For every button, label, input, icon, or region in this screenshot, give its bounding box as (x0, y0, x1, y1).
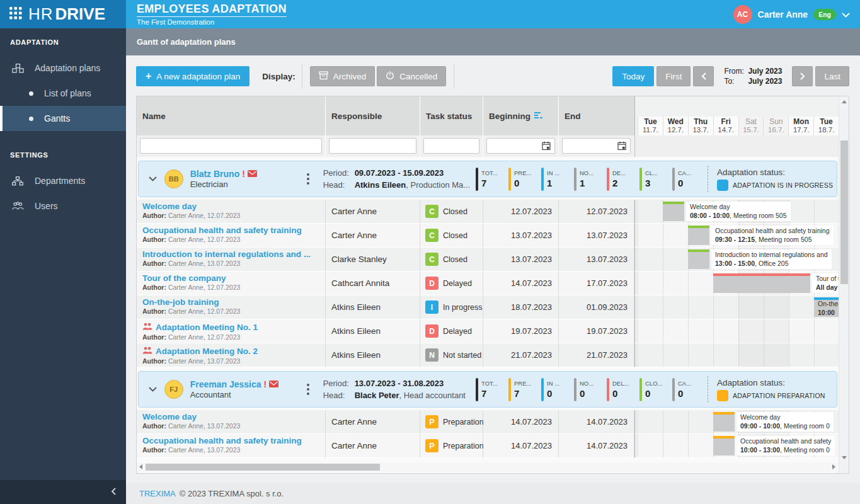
task-status-cell: DDelayed (420, 319, 483, 343)
cancelled-toggle-button[interactable]: Cancelled (377, 66, 446, 86)
sidebar-collapse-bar[interactable] (0, 480, 126, 504)
table-row: Occupational health and safety training … (137, 434, 849, 458)
status-badge: N (425, 348, 439, 362)
meeting-icon (142, 321, 152, 333)
counter-total: TOT...7 (476, 378, 505, 401)
task-author: Author:Carter Anne, 13.07.2023 (142, 422, 320, 430)
responsible-cell: Cathcart Annita (326, 272, 420, 295)
column-header-responsible[interactable]: Responsible (326, 96, 420, 135)
today-button[interactable]: Today (612, 66, 654, 86)
trexima-link[interactable]: TREXIMA (139, 489, 176, 498)
table-row: Occupational health and safety training … (137, 224, 849, 248)
column-header-end[interactable]: End (559, 96, 634, 135)
counter-closed: CLO...0 (639, 378, 668, 401)
gantt-bar[interactable] (688, 249, 709, 269)
sidebar-item-list-of-plans[interactable]: List of plans (0, 81, 126, 106)
vertical-scroll-thumb[interactable] (840, 140, 848, 284)
kebab-menu-icon[interactable] (302, 173, 314, 185)
task-name-link[interactable]: Adaptation Meeting No. 2 (156, 346, 258, 356)
task-name-link[interactable]: Welcome day (142, 412, 197, 421)
gantt-bar[interactable] (688, 226, 709, 245)
task-name-link[interactable]: Welcome day (142, 202, 197, 211)
collapse-group-icon[interactable] (146, 387, 159, 392)
day-column-weekend: Sun16.7. (763, 117, 788, 135)
avatar[interactable]: AC (733, 5, 752, 24)
task-author: Author:Carter Anne, 12.07.2023 (142, 307, 320, 315)
gantt-bar[interactable] (713, 273, 810, 293)
last-button[interactable]: Last (815, 66, 849, 86)
adaptation-status: Adaptation status: ADAPTATION IS IN PROG… (717, 168, 837, 191)
calendar-icon[interactable] (617, 141, 626, 153)
task-name-link[interactable]: On-the-job training (142, 297, 219, 307)
adaptation-group-row[interactable]: FJ Freeman Jessica ! Accountant (138, 371, 837, 408)
task-name-link[interactable]: Introduction to internal regulations and… (142, 249, 311, 259)
end-cell: 21.07.2023 (559, 343, 634, 367)
calendar-icon[interactable] (542, 141, 551, 153)
column-header-name[interactable]: Name (137, 96, 326, 135)
task-name-link[interactable]: Occupational health and safety training (142, 226, 302, 235)
beginning-cell: 18.07.2023 (483, 295, 559, 319)
gantt-row: On-the-job training 10:00 (634, 295, 839, 319)
table-row: Tour of the company Author:Carter Anne, … (137, 272, 849, 295)
counter-not-started: NO...0 (574, 378, 603, 401)
task-name-link[interactable]: Occupational health and safety training (142, 436, 302, 445)
column-header-task-status[interactable]: Task status (420, 96, 483, 135)
name-filter-input[interactable] (140, 138, 322, 154)
responsible-cell: Carter Anne (326, 434, 420, 458)
task-name-link[interactable]: Adaptation Meeting No. 1 (156, 323, 258, 332)
gantt-bar-label: Welcome day 08:00 - 10:00, Meeting room … (686, 202, 791, 221)
task-name-link[interactable]: Tour of the company (142, 273, 226, 283)
kebab-menu-icon[interactable] (302, 384, 314, 395)
user-menu[interactable]: AC Carter Anne Eng (733, 0, 860, 28)
beginning-cell: 14.07.2023 (483, 434, 559, 458)
employee-avatar[interactable]: FJ (164, 380, 183, 399)
horizontal-scrollbar[interactable] (137, 462, 838, 472)
sidebar-item-gantts[interactable]: Gantts (0, 106, 126, 131)
task-status-cell: CClosed (420, 200, 483, 224)
employee-name-link[interactable]: Blatz Bruno (190, 169, 240, 179)
copyright-text: © 2023 TREXIMA spol. s r.o. (180, 489, 284, 498)
new-adaptation-plan-button[interactable]: + A new adaptation plan (136, 66, 249, 86)
scroll-right-icon (832, 464, 835, 469)
envelope-icon[interactable] (248, 169, 257, 179)
vertical-scrollbar[interactable] (839, 96, 849, 473)
end-cell: 12.07.2023 (559, 200, 634, 224)
scroll-down-icon (842, 456, 847, 459)
chevron-down-icon[interactable] (842, 9, 850, 20)
gantt-row: Tour of the company All day (634, 272, 839, 295)
app-logo[interactable]: HR DRIVE (0, 0, 126, 28)
column-header-beginning[interactable]: Beginning (483, 96, 559, 135)
sidebar-item-adaptation-plans[interactable]: Adaptation plans (0, 55, 126, 81)
table-row: Welcome day Author:Carter Anne, 13.07.20… (137, 410, 849, 434)
task-author: Author:Carter Anne, 13.07.2023 (142, 357, 320, 365)
adaptation-status: Adaptation status: ADAPTATION PREPARATIO… (717, 378, 837, 401)
employee-name-link[interactable]: Freeman Jessica (190, 379, 261, 389)
page-subtitle: The First Demonstration (137, 18, 733, 26)
prev-button[interactable] (693, 66, 714, 86)
adaptation-group-row[interactable]: BB Blatz Bruno ! Electrician (138, 161, 837, 197)
gantt-row: Occupational health and safety 10:00 - 1… (634, 434, 839, 458)
sidebar-item-departments[interactable]: Departments (0, 168, 126, 193)
footer: TREXIMA © 2023 TREXIMA spol. s r.o. (126, 483, 860, 504)
archived-toggle-button[interactable]: Archived (310, 66, 376, 86)
responsible-filter-input[interactable] (329, 138, 416, 154)
task-status-cell: NNot started (420, 343, 483, 367)
gantt-bar[interactable] (713, 436, 735, 455)
employee-avatar[interactable]: BB (164, 169, 183, 188)
first-button[interactable]: First (656, 66, 691, 86)
sidebar-item-users[interactable]: Users (0, 193, 126, 219)
sidebar-item-label: Users (35, 201, 58, 211)
sidebar-item-label: Adaptation plans (35, 63, 100, 73)
envelope-icon[interactable] (269, 379, 278, 389)
task-status-cell: PPreparation (420, 434, 483, 458)
task-status-filter-input[interactable] (423, 138, 479, 154)
app-grid-icon[interactable] (9, 7, 22, 22)
language-badge[interactable]: Eng (813, 9, 836, 20)
horizontal-scroll-thumb[interactable] (146, 464, 380, 471)
collapse-group-icon[interactable] (146, 176, 159, 181)
scroll-up-icon (842, 100, 847, 103)
collapse-chevron-icon[interactable] (111, 486, 116, 498)
gantt-bar[interactable] (713, 412, 735, 432)
next-button[interactable] (792, 66, 813, 86)
gantt-bar[interactable] (663, 202, 684, 221)
